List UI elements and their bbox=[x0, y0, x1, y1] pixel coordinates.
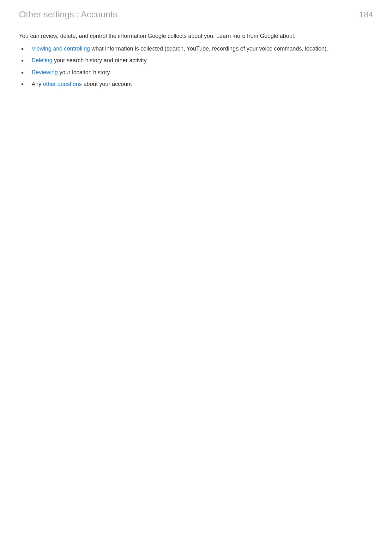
bullet-icon bbox=[21, 83, 23, 85]
bullet-icon bbox=[21, 72, 23, 74]
link-viewing-controlling[interactable]: Viewing and controlling bbox=[32, 45, 90, 52]
link-deleting[interactable]: Deleting bbox=[32, 57, 52, 63]
list-item: Viewing and controlling what information… bbox=[19, 45, 373, 53]
page-title: Other settings : Accounts bbox=[19, 9, 117, 20]
text-fragment: Any bbox=[32, 81, 43, 87]
list-item-text: Reviewing your location history. bbox=[32, 69, 373, 76]
bullet-icon bbox=[21, 48, 23, 50]
intro-paragraph: You can review, delete, and control the … bbox=[19, 32, 373, 40]
link-other-questions[interactable]: other questions bbox=[43, 81, 82, 87]
list-item: Deleting your search history and other a… bbox=[19, 57, 373, 64]
bullet-icon bbox=[21, 60, 23, 62]
bullet-list: Viewing and controlling what information… bbox=[19, 45, 373, 88]
list-item-text: Any other questions about your account bbox=[32, 80, 373, 88]
text-fragment: about your account bbox=[82, 81, 132, 87]
list-item: Reviewing your location history. bbox=[19, 69, 373, 76]
list-item-text: Deleting your search history and other a… bbox=[32, 57, 373, 64]
link-reviewing[interactable]: Reviewing bbox=[32, 69, 58, 75]
page-number: 184 bbox=[359, 10, 373, 20]
text-fragment: your search history and other activity. bbox=[52, 57, 148, 63]
page-header: Other settings : Accounts 184 bbox=[19, 9, 373, 20]
text-fragment: your location history. bbox=[58, 69, 111, 75]
text-fragment: what information is collected (search, Y… bbox=[90, 45, 328, 52]
list-item-text: Viewing and controlling what information… bbox=[32, 45, 373, 53]
list-item: Any other questions about your account bbox=[19, 80, 373, 88]
